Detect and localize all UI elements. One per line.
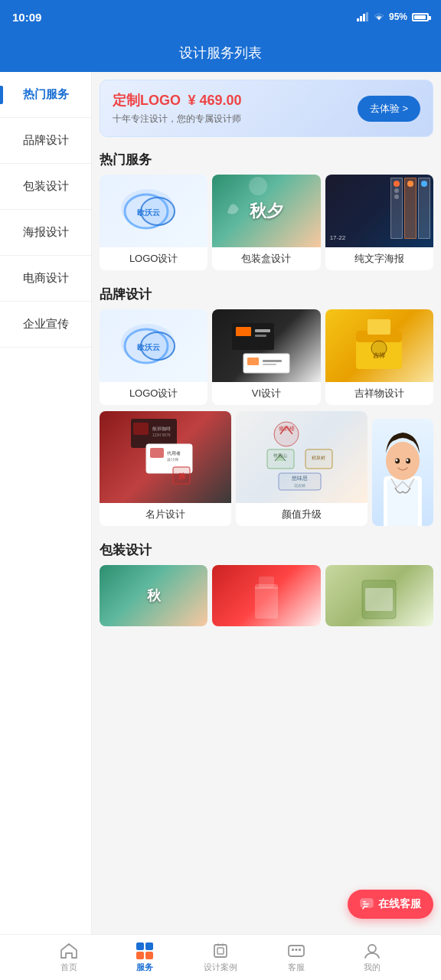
svg-point-45 xyxy=(386,442,420,480)
svg-text:代用者: 代用者 xyxy=(166,451,181,456)
sidebar-item-packaging[interactable]: 包装设计 xyxy=(0,164,91,210)
hot-poster-img: 17-22 xyxy=(325,175,433,247)
svg-rect-18 xyxy=(263,364,276,365)
svg-rect-59 xyxy=(217,948,224,954)
nav-profile-label: 我的 xyxy=(364,962,381,973)
sidebar-item-poster[interactable]: 海报设计 xyxy=(0,210,91,256)
svg-marker-3 xyxy=(366,12,368,21)
nav-home-label: 首页 xyxy=(60,962,77,973)
time: 10:09 xyxy=(12,11,41,24)
pkg-img-1: 秋 xyxy=(100,565,207,626)
sidebar-item-corporate[interactable]: 企业宣传 xyxy=(0,302,91,348)
brand-grid-row1: 欧沃云 LOGO设计 xyxy=(92,309,441,405)
banner-button[interactable]: 去体验 > xyxy=(358,96,420,122)
brand-item-vi[interactable]: VI设计 xyxy=(212,309,320,405)
status-right: 95% xyxy=(357,11,429,22)
svg-rect-21 xyxy=(368,319,390,335)
banner-subtitle: 十年专注设计，您的专属设计师 xyxy=(113,113,242,126)
battery-icon xyxy=(412,13,429,21)
cs-label: 在线客服 xyxy=(378,897,421,911)
svg-text:稻泉鲜: 稻泉鲜 xyxy=(312,456,325,460)
svg-rect-14 xyxy=(255,335,266,337)
brand-item-value[interactable]: 徽韵楼 作善山 稻泉鲜 悠味思 花农鲜 xyxy=(236,411,368,526)
packaging-section-title: 包装设计 xyxy=(92,532,441,565)
svg-point-7 xyxy=(249,177,267,195)
status-bar: 10:09 95% xyxy=(0,0,441,34)
main-layout: 热门服务 品牌设计 包装设计 海报设计 电商设计 企业宣传 定制LOGO ¥ 4… xyxy=(0,72,441,934)
nav-item-home[interactable]: 首页 xyxy=(31,942,106,973)
svg-text:欧沃云: 欧沃云 xyxy=(137,208,160,217)
svg-point-4 xyxy=(125,194,168,228)
brand-namecard-img: 航班咖啡 1234 5678 代用者 设计师 腩 xyxy=(100,411,231,503)
svg-text:腩: 腩 xyxy=(178,472,185,480)
svg-rect-17 xyxy=(263,360,282,362)
sidebar-item-hot[interactable]: 热门服务 xyxy=(0,72,91,118)
hot-services-grid: 欧沃云 LOGO设计 秋夕 包装盒设计 xyxy=(92,175,441,270)
nav-item-service[interactable]: 服务 xyxy=(106,942,182,973)
hot-item-poster[interactable]: 17-22 纯文字海报 xyxy=(325,175,433,270)
hot-logo-img: 欧沃云 xyxy=(100,175,207,247)
brand-mascot-label: 吉祥物设计 xyxy=(325,382,433,405)
svg-rect-57 xyxy=(363,903,369,905)
svg-rect-13 xyxy=(255,329,270,332)
support-icon xyxy=(287,942,305,959)
assistant-avatar xyxy=(372,419,433,526)
pkg-img-3 xyxy=(325,565,433,626)
svg-point-64 xyxy=(368,945,376,952)
svg-text:设计师: 设计师 xyxy=(167,457,178,462)
sidebar-item-ecommerce[interactable]: 电商设计 xyxy=(0,256,91,302)
sidebar: 热门服务 品牌设计 包装设计 海报设计 电商设计 企业宣传 xyxy=(0,72,92,934)
sidebar-item-brand[interactable]: 品牌设计 xyxy=(0,118,91,164)
brand-section-title: 品牌设计 xyxy=(92,276,441,309)
nav-support-label: 客服 xyxy=(288,962,305,973)
hot-item-logo[interactable]: 欧沃云 LOGO设计 xyxy=(100,175,207,270)
nav-item-profile[interactable]: 我的 xyxy=(335,942,410,973)
pkg-item-3[interactable] xyxy=(325,565,433,626)
packaging-grid: 秋 xyxy=(92,565,441,626)
portrait-container xyxy=(372,411,433,526)
hot-section-title: 热门服务 xyxy=(92,142,441,175)
svg-rect-44 xyxy=(387,480,418,526)
svg-rect-16 xyxy=(247,358,259,365)
logo-graphic: 欧沃云 xyxy=(119,188,188,234)
header: 设计服务列表 xyxy=(0,34,441,72)
page-title: 设计服务列表 xyxy=(179,44,262,62)
pkg-item-1[interactable]: 秋 xyxy=(100,565,207,626)
svg-point-9 xyxy=(141,332,175,360)
hot-item-packaging[interactable]: 秋夕 包装盒设计 xyxy=(212,175,320,270)
brand-logo-label: LOGO设计 xyxy=(100,382,207,405)
brand-value-label: 颜值升级 xyxy=(236,503,368,526)
brand-mascot-img: 吉祥 xyxy=(325,309,433,382)
svg-marker-0 xyxy=(357,18,359,21)
svg-point-48 xyxy=(396,459,398,462)
brand-row2: 航班咖啡 1234 5678 代用者 设计师 腩 名片设计 xyxy=(92,411,441,526)
svg-rect-51 xyxy=(259,577,274,588)
svg-rect-61 xyxy=(292,949,294,951)
brand-item-mascot[interactable]: 吉祥 吉祥物设计 xyxy=(325,309,433,405)
svg-text:航班咖啡: 航班咖啡 xyxy=(152,426,171,431)
customer-service-button[interactable]: 在线客服 xyxy=(348,890,433,919)
brand-logo-img: 欧沃云 xyxy=(100,309,207,382)
brand-item-logo[interactable]: 欧沃云 LOGO设计 xyxy=(100,309,207,405)
wifi-icon xyxy=(374,12,384,21)
promo-banner[interactable]: 定制LOGO ¥ 469.00 十年专注设计，您的专属设计师 去体验 > xyxy=(100,80,433,137)
brand-namecard-label: 名片设计 xyxy=(100,503,231,526)
svg-rect-29 xyxy=(150,448,164,458)
battery-text: 95% xyxy=(389,11,407,22)
bottom-nav: 首页 服务 设计案例 客服 我的 xyxy=(0,934,441,980)
svg-point-49 xyxy=(407,459,409,462)
banner-title: 定制LOGO ¥ 469.00 xyxy=(113,91,242,109)
hot-logo-label: LOGO设计 xyxy=(100,247,207,270)
svg-rect-63 xyxy=(299,949,301,951)
svg-rect-58 xyxy=(214,945,227,957)
nav-item-cases[interactable]: 设计案例 xyxy=(182,942,258,973)
svg-text:1234 5678: 1234 5678 xyxy=(152,433,171,437)
chat-icon xyxy=(360,898,374,910)
brand-item-namecard[interactable]: 航班咖啡 1234 5678 代用者 设计师 腩 名片设计 xyxy=(100,411,231,526)
svg-text:欧沃云: 欧沃云 xyxy=(137,343,160,351)
pkg-item-2[interactable] xyxy=(212,565,320,626)
svg-rect-56 xyxy=(363,901,366,903)
svg-point-8 xyxy=(125,329,168,363)
nav-item-support[interactable]: 客服 xyxy=(259,942,335,973)
svg-text:花农鲜: 花农鲜 xyxy=(294,483,305,488)
